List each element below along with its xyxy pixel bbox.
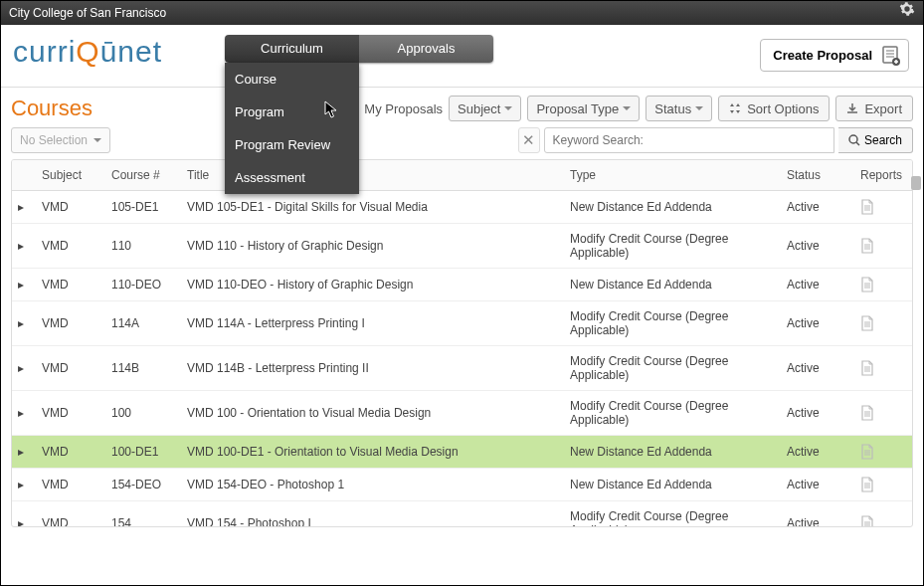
download-icon	[846, 102, 858, 114]
cell-subject: VMD	[36, 391, 105, 436]
cell-subject: VMD	[36, 224, 105, 269]
dropdown-item-assessment[interactable]: Assessment	[225, 161, 359, 194]
table-row[interactable]: ▸VMD154VMD 154 - Photoshop IModify Credi…	[12, 501, 912, 528]
svg-line-8	[856, 142, 859, 145]
cell-status: Active	[781, 436, 854, 469]
cell-subject: VMD	[36, 269, 105, 301]
cell-subject: VMD	[36, 191, 105, 224]
table-row[interactable]: ▸VMD154-DEOVMD 154-DEO - Photoshop 1New …	[12, 469, 912, 501]
cell-subject: VMD	[36, 346, 105, 391]
tab-curriculum[interactable]: Curriculum	[225, 35, 359, 63]
cell-course-no: 105-DE1	[105, 191, 181, 224]
expand-row-icon[interactable]: ▸	[12, 469, 36, 501]
cell-title: VMD 110 - History of Graphic Design	[181, 224, 564, 269]
cell-type: Modify Credit Course (Degree Applicable)	[564, 224, 781, 269]
table-row[interactable]: ▸VMD114AVMD 114A - Letterpress Printing …	[12, 301, 912, 346]
keyword-search-input[interactable]	[544, 127, 834, 153]
cell-course-no: 114B	[105, 346, 181, 391]
search-button[interactable]: Search	[838, 127, 913, 153]
app-title: City College of San Francisco	[9, 1, 166, 25]
dropdown-item-program[interactable]: Program	[225, 96, 359, 128]
export-button[interactable]: Export	[835, 96, 913, 121]
proposal-type-filter-button[interactable]: Proposal Type	[527, 96, 640, 121]
scrollbar-thumb[interactable]	[911, 176, 921, 190]
table-row[interactable]: ▸VMD100VMD 100 - Orientation to Visual M…	[12, 391, 912, 436]
results-table: Subject Course # Title Type Status Repor…	[11, 159, 913, 527]
gear-icon[interactable]	[899, 1, 915, 25]
cell-title: VMD 154 - Photoshop I	[181, 501, 564, 528]
page-title: Courses	[11, 96, 100, 121]
dropdown-item-course[interactable]: Course	[225, 63, 359, 96]
expand-row-icon[interactable]: ▸	[12, 301, 36, 346]
cell-status: Active	[781, 391, 854, 436]
table-row[interactable]: ▸VMD100-DE1VMD 100-DE1 - Orientation to …	[12, 436, 912, 469]
report-icon[interactable]	[854, 346, 912, 391]
col-reports[interactable]: Reports	[854, 160, 912, 191]
cell-type: Modify Credit Course (Degree Applicable)	[564, 346, 781, 391]
cell-type: New Distance Ed Addenda	[564, 436, 781, 469]
create-proposal-button[interactable]: Create Proposal	[760, 39, 909, 72]
cell-title: VMD 110-DEO - History of Graphic Design	[181, 269, 564, 301]
cell-title: VMD 154-DEO - Photoshop 1	[181, 469, 564, 501]
cell-course-no: 100	[105, 391, 181, 436]
cell-status: Active	[781, 301, 854, 346]
report-icon[interactable]	[854, 224, 912, 269]
report-icon[interactable]	[854, 391, 912, 436]
my-proposals-checkbox[interactable]: My Proposals	[344, 101, 443, 116]
page-add-icon	[882, 46, 900, 66]
expand-row-icon[interactable]: ▸	[12, 391, 36, 436]
expand-row-icon[interactable]: ▸	[12, 436, 36, 469]
table-row[interactable]: ▸VMD110VMD 110 - History of Graphic Desi…	[12, 224, 912, 269]
cell-course-no: 114A	[105, 301, 181, 346]
report-icon[interactable]	[854, 191, 912, 224]
expand-row-icon[interactable]: ▸	[12, 501, 36, 528]
col-course-no[interactable]: Course #	[105, 160, 181, 191]
cell-type: Modify Credit Course (Degree Applicable)	[564, 501, 781, 528]
cell-status: Active	[781, 469, 854, 501]
cell-type: Modify Credit Course (Degree Applicable)	[564, 391, 781, 436]
col-subject[interactable]: Subject	[36, 160, 105, 191]
expand-row-icon[interactable]: ▸	[12, 224, 36, 269]
cell-status: Active	[781, 191, 854, 224]
expand-row-icon[interactable]: ▸	[12, 346, 36, 391]
search-icon	[848, 134, 860, 146]
dropdown-item-program-review[interactable]: Program Review	[225, 128, 359, 161]
expand-row-icon[interactable]: ▸	[12, 269, 36, 301]
cell-subject: VMD	[36, 501, 105, 528]
cell-type: New Distance Ed Addenda	[564, 469, 781, 501]
clear-search-button[interactable]: ✕	[518, 127, 540, 153]
cell-title: VMD 100-DE1 - Orientation to Visual Medi…	[181, 436, 564, 469]
sort-options-button[interactable]: Sort Options	[718, 96, 830, 121]
cell-subject: VMD	[36, 469, 105, 501]
table-row[interactable]: ▸VMD114BVMD 114B - Letterpress Printing …	[12, 346, 912, 391]
report-icon[interactable]	[854, 501, 912, 528]
cell-course-no: 154	[105, 501, 181, 528]
expand-row-icon[interactable]: ▸	[12, 191, 36, 224]
cell-course-no: 100-DE1	[105, 436, 181, 469]
report-icon[interactable]	[854, 301, 912, 346]
status-filter-button[interactable]: Status	[646, 96, 712, 121]
report-icon[interactable]	[854, 469, 912, 501]
report-icon[interactable]	[854, 436, 912, 469]
report-icon[interactable]	[854, 269, 912, 301]
subject-filter-button[interactable]: Subject	[449, 96, 521, 121]
svg-point-7	[849, 135, 857, 143]
tab-approvals[interactable]: Approvals	[359, 35, 493, 63]
cell-title: VMD 114A - Letterpress Printing I	[181, 301, 564, 346]
sort-icon	[729, 102, 741, 114]
cell-subject: VMD	[36, 436, 105, 469]
nav-tabs: Curriculum Approvals	[225, 35, 493, 63]
col-status[interactable]: Status	[781, 160, 854, 191]
cell-status: Active	[781, 346, 854, 391]
cell-course-no: 110-DEO	[105, 269, 181, 301]
cell-status: Active	[781, 501, 854, 528]
titlebar: City College of San Francisco	[1, 1, 923, 25]
no-selection-dropdown[interactable]: No Selection	[11, 127, 110, 153]
col-type[interactable]: Type	[564, 160, 781, 191]
table-row[interactable]: ▸VMD110-DEOVMD 110-DEO - History of Grap…	[12, 269, 912, 301]
cell-title: VMD 105-DE1 - Digital Skills for Visual …	[181, 191, 564, 224]
cell-title: VMD 114B - Letterpress Printing II	[181, 346, 564, 391]
table-row[interactable]: ▸VMD105-DE1VMD 105-DE1 - Digital Skills …	[12, 191, 912, 224]
cell-course-no: 154-DEO	[105, 469, 181, 501]
header: curriQūnet Curriculum Approvals Course P…	[1, 25, 923, 87]
